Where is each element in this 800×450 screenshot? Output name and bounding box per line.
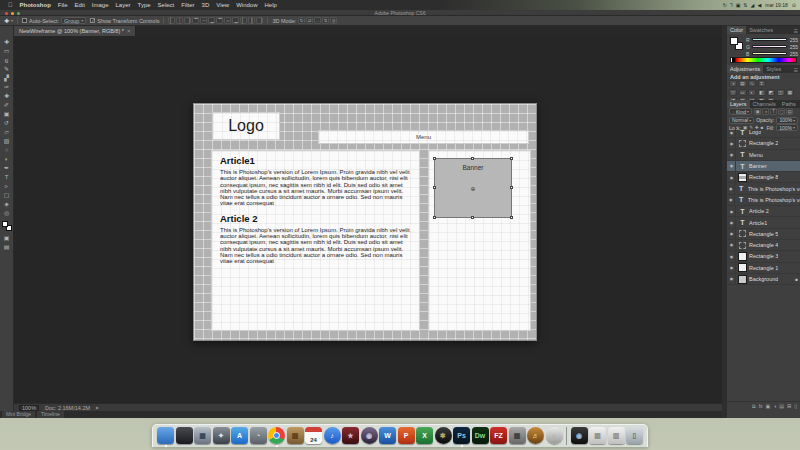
spotlight-icon[interactable]: ⊙ xyxy=(792,2,796,8)
distribute-right-edges-icon[interactable]: ▕ xyxy=(256,17,263,24)
menu-3d[interactable]: 3D xyxy=(202,2,210,8)
menu-type[interactable]: Type xyxy=(138,2,151,8)
dock-powerpoint[interactable]: P xyxy=(398,427,415,444)
distribute-vertical-centers-icon[interactable]: ═ xyxy=(224,17,231,24)
dock-word[interactable]: W xyxy=(379,427,396,444)
dock-downloads-stack[interactable]: ▥ xyxy=(608,427,625,444)
menu-window[interactable]: Window xyxy=(236,2,257,8)
marquee-tool[interactable]: ▭ xyxy=(0,47,14,56)
visibility-eye-icon[interactable]: ◉ xyxy=(728,160,736,171)
dock-itunes[interactable]: ♪ xyxy=(324,427,341,444)
slider-value-r[interactable]: 255 xyxy=(789,37,798,43)
move-tool[interactable]: ✚ xyxy=(0,38,14,47)
visibility-eye-icon[interactable]: ◉ xyxy=(728,149,736,160)
slider-value-g[interactable]: 255 xyxy=(789,44,798,50)
transform-handle[interactable] xyxy=(471,216,474,219)
dock-mission-control[interactable]: ▦ xyxy=(194,427,211,444)
dock-photos-app[interactable]: ◔ xyxy=(250,427,267,444)
distribute-horizontal-centers-icon[interactable]: ║ xyxy=(248,17,255,24)
path-selection-tool[interactable]: ▹ xyxy=(0,182,14,191)
3d-rotate-tool-icon[interactable]: ↻ xyxy=(298,17,305,24)
quick-selection-tool[interactable]: ✎ xyxy=(0,65,14,74)
transform-handle[interactable] xyxy=(433,157,436,160)
document-tab[interactable]: NewWireframe @ 100% (Banner, RGB/8) * × xyxy=(14,26,136,36)
visibility-eye-icon[interactable]: ◉ xyxy=(728,127,736,138)
opacity-field[interactable]: 100% ▾ xyxy=(776,117,798,124)
slider-value-b[interactable]: 255 xyxy=(789,51,798,57)
layer-row-rectangle-8[interactable]: ◉Rectangle 8 xyxy=(727,172,800,183)
lasso-tool[interactable]: ϱ xyxy=(0,56,14,65)
transform-handle[interactable] xyxy=(510,157,513,160)
visibility-eye-icon[interactable]: ◉ xyxy=(728,194,735,205)
crop-tool[interactable]: ▞ xyxy=(0,74,14,83)
foreground-color-swatch[interactable] xyxy=(2,221,8,227)
new-layer-icon[interactable]: ⊞ xyxy=(787,403,791,409)
dock-trash[interactable]: ▯ xyxy=(626,427,643,444)
quick-mask-icon[interactable]: ▣ xyxy=(0,234,14,243)
dock-utility-app[interactable]: ▩ xyxy=(509,427,526,444)
layer-row-rectangle-1[interactable]: ◉Rectangle 1 xyxy=(727,263,800,274)
channel-mixer-icon[interactable]: ◫ xyxy=(777,89,785,96)
blur-tool[interactable]: ○ xyxy=(0,146,14,155)
hue-saturation-icon[interactable]: ▭ xyxy=(739,89,747,96)
tab-timeline[interactable]: Timeline xyxy=(37,411,64,418)
active-tool-indicator[interactable]: ✚ ▾ xyxy=(4,17,13,24)
levels-icon[interactable]: ▤ xyxy=(739,80,747,87)
dock-dashboard[interactable] xyxy=(176,427,193,444)
show-transform-checkbox[interactable]: ✓ xyxy=(90,18,95,23)
black-white-icon[interactable]: ◧ xyxy=(758,89,766,96)
layer-row-article1[interactable]: ◉TArticle1 xyxy=(727,217,800,228)
link-layers-icon[interactable]: ⧉ xyxy=(752,403,756,410)
filter-adjustment-icon[interactable]: ◑ xyxy=(762,108,769,115)
panel-menu-icon[interactable]: ☰ xyxy=(794,67,800,73)
visibility-eye-icon[interactable]: ◉ xyxy=(728,138,736,149)
type-tool[interactable]: T xyxy=(0,173,14,182)
dock-chrome[interactable] xyxy=(268,427,285,444)
align-bottom-edges-icon[interactable]: ▁ xyxy=(208,17,215,24)
transform-handle[interactable] xyxy=(510,186,513,189)
tab-mini-bridge[interactable]: Mini Bridge xyxy=(2,411,35,418)
close-tab-icon[interactable]: × xyxy=(127,28,131,34)
shape-tool[interactable]: ▢ xyxy=(0,191,14,200)
foreground-color-swatch[interactable] xyxy=(730,37,738,45)
dock-calendar[interactable]: 24 xyxy=(305,427,322,444)
menu-bar-box[interactable]: Menu xyxy=(318,130,529,144)
color-balance-icon[interactable]: ◐ xyxy=(748,89,756,96)
dock-dreamweaver[interactable]: Dw xyxy=(472,427,489,444)
layer-row-rectangle-3[interactable]: ◉Rectangle 3 xyxy=(727,251,800,262)
eyedropper-tool[interactable]: ✑ xyxy=(0,83,14,92)
healing-brush-tool[interactable]: ✚ xyxy=(0,92,14,101)
curves-icon[interactable]: ∿ xyxy=(748,80,756,87)
distribute-bottom-edges-icon[interactable]: ▁ xyxy=(232,17,239,24)
zoom-tool[interactable]: ◎ xyxy=(0,209,14,218)
dock-documents-stack[interactable]: ▤ xyxy=(589,427,606,444)
menu-file[interactable]: File xyxy=(58,2,68,8)
content-column[interactable]: Article1 This is Photoshop's version of … xyxy=(211,150,420,331)
brush-tool[interactable]: ✐ xyxy=(0,101,14,110)
tab-channels[interactable]: Channels xyxy=(750,100,779,108)
tab-swatches[interactable]: Swatches xyxy=(746,26,776,34)
distribute-top-edges-icon[interactable]: ▔ xyxy=(216,17,223,24)
layer-filter-dropdown[interactable]: ◌ Kind ▾ xyxy=(729,108,752,115)
layer-row-this-is-photoshop-s-vers-[interactable]: ◉TThis is Photoshop's vers... xyxy=(727,183,800,194)
eraser-tool[interactable]: ▱ xyxy=(0,128,14,137)
filter-shape-icon[interactable]: ▢ xyxy=(778,108,785,115)
dodge-tool[interactable]: ◐ xyxy=(0,155,14,164)
pen-tool[interactable]: ✒ xyxy=(0,164,14,173)
filter-smart-icon[interactable]: ▤ xyxy=(786,108,793,115)
transform-handle[interactable] xyxy=(471,157,474,160)
align-vertical-centers-icon[interactable]: ─ xyxy=(200,17,207,24)
layer-row-rectangle-2[interactable]: ◉Rectangle 2 xyxy=(727,138,800,149)
slider-track-r[interactable] xyxy=(752,38,787,41)
tab-styles[interactable]: Styles xyxy=(763,65,784,73)
photo-filter-icon[interactable]: ◩ xyxy=(767,89,775,96)
dock-finder[interactable] xyxy=(157,427,174,444)
align-right-edges-icon[interactable]: ▕ xyxy=(184,17,191,24)
visibility-eye-icon[interactable]: ◉ xyxy=(728,262,736,273)
menu-photoshop[interactable]: Photoshop xyxy=(20,2,51,8)
layer-row-article-2[interactable]: ◉TArticle 2 xyxy=(727,206,800,217)
layer-row-rectangle-4[interactable]: ◉Rectangle 4 xyxy=(727,240,800,251)
visibility-eye-icon[interactable]: ◉ xyxy=(728,206,736,217)
dock-camera-app[interactable]: ◉ xyxy=(571,427,588,444)
filter-type-icon[interactable]: T xyxy=(770,108,777,115)
